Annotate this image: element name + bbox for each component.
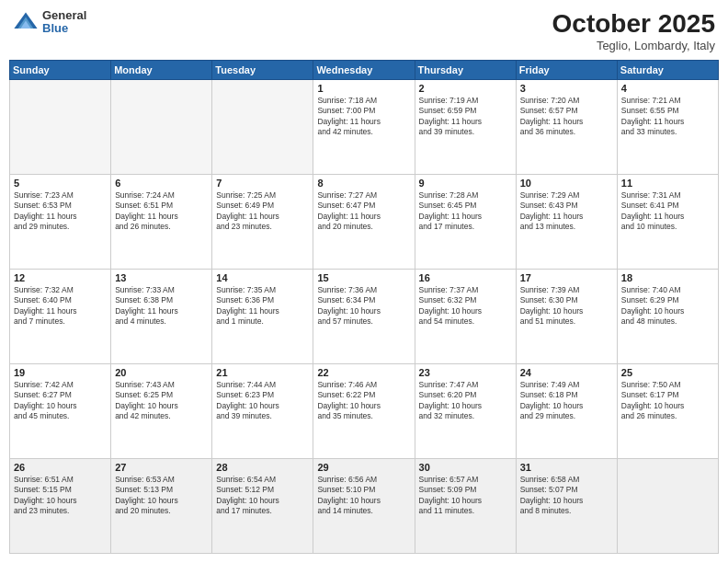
day-number: 28: [216, 462, 309, 473]
day-number: 9: [419, 178, 512, 189]
day-number: 19: [14, 367, 107, 378]
calendar-cell: [10, 80, 111, 175]
calendar-table: SundayMondayTuesdayWednesdayThursdayFrid…: [9, 60, 719, 554]
cell-details: Sunrise: 6:57 AM Sunset: 5:09 PM Dayligh…: [419, 475, 512, 517]
logo-general-text: General: [42, 9, 86, 22]
calendar-cell: 12Sunrise: 7:32 AM Sunset: 6:40 PM Dayli…: [10, 270, 111, 364]
cell-details: Sunrise: 7:19 AM Sunset: 6:59 PM Dayligh…: [419, 96, 512, 138]
cell-details: Sunrise: 7:23 AM Sunset: 6:53 PM Dayligh…: [14, 190, 107, 233]
day-number: 20: [115, 367, 208, 378]
day-number: 7: [216, 178, 309, 189]
cell-details: Sunrise: 6:53 AM Sunset: 5:13 PM Dayligh…: [115, 475, 208, 517]
cell-details: Sunrise: 7:49 AM Sunset: 6:18 PM Dayligh…: [520, 380, 613, 422]
calendar-cell: 26Sunrise: 6:51 AM Sunset: 5:15 PM Dayli…: [10, 459, 111, 554]
day-number: 17: [520, 272, 613, 283]
month-title: October 2025: [552, 9, 715, 39]
calendar-cell: 16Sunrise: 7:37 AM Sunset: 6:32 PM Dayli…: [415, 270, 516, 364]
day-number: 25: [621, 367, 714, 378]
calendar-cell: 9Sunrise: 7:28 AM Sunset: 6:45 PM Daylig…: [415, 175, 516, 270]
day-number: 21: [216, 367, 309, 378]
cell-details: Sunrise: 7:39 AM Sunset: 6:30 PM Dayligh…: [520, 285, 613, 327]
weekday-header: Saturday: [617, 61, 718, 80]
cell-details: Sunrise: 7:50 AM Sunset: 6:17 PM Dayligh…: [621, 380, 714, 422]
calendar-cell: 11Sunrise: 7:31 AM Sunset: 6:41 PM Dayli…: [617, 175, 718, 270]
cell-details: Sunrise: 7:32 AM Sunset: 6:40 PM Dayligh…: [14, 285, 107, 327]
cell-details: Sunrise: 6:56 AM Sunset: 5:10 PM Dayligh…: [317, 475, 410, 517]
day-number: 18: [621, 272, 714, 283]
calendar-week-row: 26Sunrise: 6:51 AM Sunset: 5:15 PM Dayli…: [10, 459, 719, 554]
calendar-cell: 15Sunrise: 7:36 AM Sunset: 6:34 PM Dayli…: [313, 270, 415, 364]
calendar-cell: 7Sunrise: 7:25 AM Sunset: 6:49 PM Daylig…: [212, 175, 313, 270]
calendar-cell: 21Sunrise: 7:44 AM Sunset: 6:23 PM Dayli…: [212, 364, 313, 459]
calendar-cell: [617, 459, 718, 554]
weekday-header-row: SundayMondayTuesdayWednesdayThursdayFrid…: [10, 61, 719, 80]
day-number: 15: [317, 272, 410, 283]
cell-details: Sunrise: 7:29 AM Sunset: 6:43 PM Dayligh…: [520, 190, 613, 233]
cell-details: Sunrise: 7:25 AM Sunset: 6:49 PM Dayligh…: [216, 190, 309, 233]
cell-details: Sunrise: 7:21 AM Sunset: 6:55 PM Dayligh…: [621, 96, 714, 138]
calendar-week-row: 19Sunrise: 7:42 AM Sunset: 6:27 PM Dayli…: [10, 364, 719, 459]
day-number: 3: [520, 83, 613, 94]
day-number: 16: [419, 272, 512, 283]
cell-details: Sunrise: 7:33 AM Sunset: 6:38 PM Dayligh…: [115, 285, 208, 327]
logo-text: General Blue: [42, 9, 86, 36]
day-number: 31: [520, 462, 613, 473]
cell-details: Sunrise: 7:36 AM Sunset: 6:34 PM Dayligh…: [317, 285, 410, 327]
page-container: General Blue October 2025 Teglio, Lombar…: [0, 0, 728, 563]
logo-icon: [13, 9, 39, 35]
day-number: 14: [216, 272, 309, 283]
cell-details: Sunrise: 7:46 AM Sunset: 6:22 PM Dayligh…: [317, 380, 410, 422]
day-number: 24: [520, 367, 613, 378]
calendar-cell: 28Sunrise: 6:54 AM Sunset: 5:12 PM Dayli…: [212, 459, 313, 554]
cell-details: Sunrise: 7:18 AM Sunset: 7:00 PM Dayligh…: [317, 96, 410, 138]
day-number: 27: [115, 462, 208, 473]
weekday-header: Wednesday: [313, 61, 415, 80]
calendar-cell: 14Sunrise: 7:35 AM Sunset: 6:36 PM Dayli…: [212, 270, 313, 364]
cell-details: Sunrise: 7:42 AM Sunset: 6:27 PM Dayligh…: [14, 380, 107, 422]
calendar-cell: [111, 80, 212, 175]
day-number: 6: [115, 178, 208, 189]
cell-details: Sunrise: 7:35 AM Sunset: 6:36 PM Dayligh…: [216, 285, 309, 327]
day-number: 4: [621, 83, 714, 94]
calendar-cell: 24Sunrise: 7:49 AM Sunset: 6:18 PM Dayli…: [516, 364, 617, 459]
weekday-header: Friday: [516, 61, 617, 80]
calendar-cell: 23Sunrise: 7:47 AM Sunset: 6:20 PM Dayli…: [415, 364, 516, 459]
day-number: 5: [14, 178, 107, 189]
cell-details: Sunrise: 7:40 AM Sunset: 6:29 PM Dayligh…: [621, 285, 714, 327]
calendar-cell: 1Sunrise: 7:18 AM Sunset: 7:00 PM Daylig…: [313, 80, 415, 175]
logo-blue-text: Blue: [42, 22, 86, 35]
calendar-cell: 22Sunrise: 7:46 AM Sunset: 6:22 PM Dayli…: [313, 364, 415, 459]
day-number: 13: [115, 272, 208, 283]
page-header: General Blue October 2025 Teglio, Lombar…: [9, 9, 719, 52]
day-number: 8: [317, 178, 410, 189]
logo: General Blue: [13, 9, 86, 36]
calendar-cell: 13Sunrise: 7:33 AM Sunset: 6:38 PM Dayli…: [111, 270, 212, 364]
weekday-header: Sunday: [10, 61, 111, 80]
day-number: 26: [14, 462, 107, 473]
day-number: 29: [317, 462, 410, 473]
calendar-cell: [212, 80, 313, 175]
cell-details: Sunrise: 7:44 AM Sunset: 6:23 PM Dayligh…: [216, 380, 309, 422]
day-number: 30: [419, 462, 512, 473]
calendar-cell: 5Sunrise: 7:23 AM Sunset: 6:53 PM Daylig…: [10, 175, 111, 270]
day-number: 2: [419, 83, 512, 94]
cell-details: Sunrise: 7:47 AM Sunset: 6:20 PM Dayligh…: [419, 380, 512, 422]
calendar-cell: 10Sunrise: 7:29 AM Sunset: 6:43 PM Dayli…: [516, 175, 617, 270]
calendar-cell: 25Sunrise: 7:50 AM Sunset: 6:17 PM Dayli…: [617, 364, 718, 459]
calendar-cell: 27Sunrise: 6:53 AM Sunset: 5:13 PM Dayli…: [111, 459, 212, 554]
cell-details: Sunrise: 6:51 AM Sunset: 5:15 PM Dayligh…: [14, 475, 107, 517]
cell-details: Sunrise: 7:37 AM Sunset: 6:32 PM Dayligh…: [419, 285, 512, 327]
cell-details: Sunrise: 7:27 AM Sunset: 6:47 PM Dayligh…: [317, 190, 410, 233]
calendar-cell: 4Sunrise: 7:21 AM Sunset: 6:55 PM Daylig…: [617, 80, 718, 175]
day-number: 23: [419, 367, 512, 378]
calendar-cell: 20Sunrise: 7:43 AM Sunset: 6:25 PM Dayli…: [111, 364, 212, 459]
calendar-week-row: 12Sunrise: 7:32 AM Sunset: 6:40 PM Dayli…: [10, 270, 719, 364]
calendar-cell: 19Sunrise: 7:42 AM Sunset: 6:27 PM Dayli…: [10, 364, 111, 459]
day-number: 10: [520, 178, 613, 189]
location: Teglio, Lombardy, Italy: [552, 39, 715, 52]
cell-details: Sunrise: 7:20 AM Sunset: 6:57 PM Dayligh…: [520, 96, 613, 138]
cell-details: Sunrise: 7:31 AM Sunset: 6:41 PM Dayligh…: [621, 190, 714, 233]
title-section: October 2025 Teglio, Lombardy, Italy: [552, 9, 715, 52]
cell-details: Sunrise: 6:58 AM Sunset: 5:07 PM Dayligh…: [520, 475, 613, 517]
day-number: 22: [317, 367, 410, 378]
